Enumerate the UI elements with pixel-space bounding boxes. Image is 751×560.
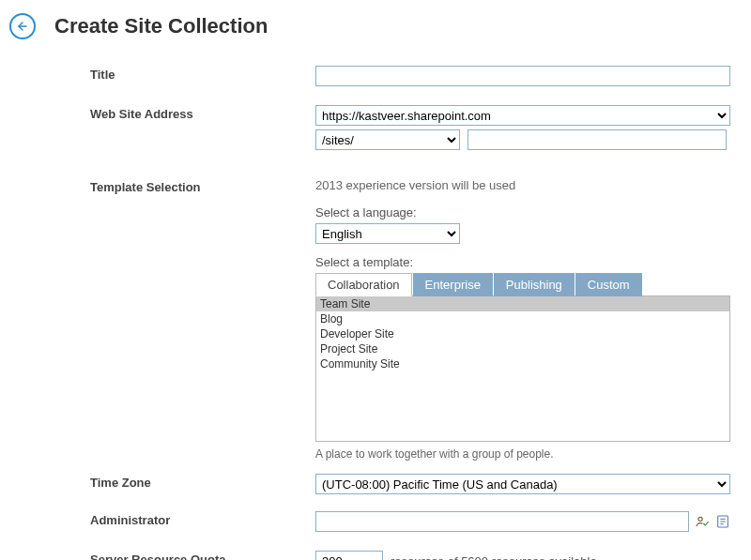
administrator-input[interactable] (315, 511, 689, 532)
label-title: Title (90, 66, 315, 82)
label-template: Template Selection (90, 178, 315, 194)
address-suffix-input[interactable] (467, 129, 727, 150)
arrow-left-icon (16, 20, 29, 33)
template-listbox[interactable]: Team Site Blog Developer Site Project Si… (315, 295, 730, 442)
tab-publishing[interactable]: Publishing (494, 273, 575, 296)
tab-enterprise[interactable]: Enterprise (413, 273, 493, 296)
person-check-icon (695, 514, 710, 529)
svg-point-1 (698, 517, 702, 521)
title-input[interactable] (315, 66, 730, 86)
address-domain-select[interactable]: https://kastveer.sharepoint.com (315, 105, 730, 126)
quota-input[interactable] (315, 551, 383, 560)
experience-hint: 2013 experience version will be used (315, 178, 730, 192)
template-item-blog[interactable]: Blog (316, 311, 729, 326)
browse-people-button[interactable] (715, 514, 730, 529)
language-select[interactable]: English (315, 223, 460, 244)
template-item-developer-site[interactable]: Developer Site (316, 326, 729, 341)
quota-available-text: resources of 5600 resources available (391, 554, 597, 561)
language-sublabel: Select a language: (315, 205, 730, 219)
label-timezone: Time Zone (90, 474, 315, 490)
timezone-select[interactable]: (UTC-08:00) Pacific Time (US and Canada) (315, 474, 730, 494)
page-title: Create Site Collection (54, 14, 268, 38)
label-address: Web Site Address (90, 105, 315, 121)
template-description: A place to work together with a group of… (315, 447, 730, 461)
check-names-button[interactable] (695, 514, 710, 529)
address-path-select[interactable]: /sites/ (315, 129, 460, 150)
template-item-team-site[interactable]: Team Site (316, 296, 729, 311)
back-button[interactable] (9, 13, 36, 39)
label-admin: Administrator (90, 511, 315, 527)
tab-custom[interactable]: Custom (575, 273, 642, 296)
label-quota: Server Resource Quota (90, 551, 315, 560)
template-item-community-site[interactable]: Community Site (316, 356, 729, 371)
template-sublabel: Select a template: (315, 255, 730, 269)
tab-collaboration[interactable]: Collaboration (315, 273, 412, 296)
address-book-icon (715, 514, 730, 529)
template-item-project-site[interactable]: Project Site (316, 341, 729, 356)
